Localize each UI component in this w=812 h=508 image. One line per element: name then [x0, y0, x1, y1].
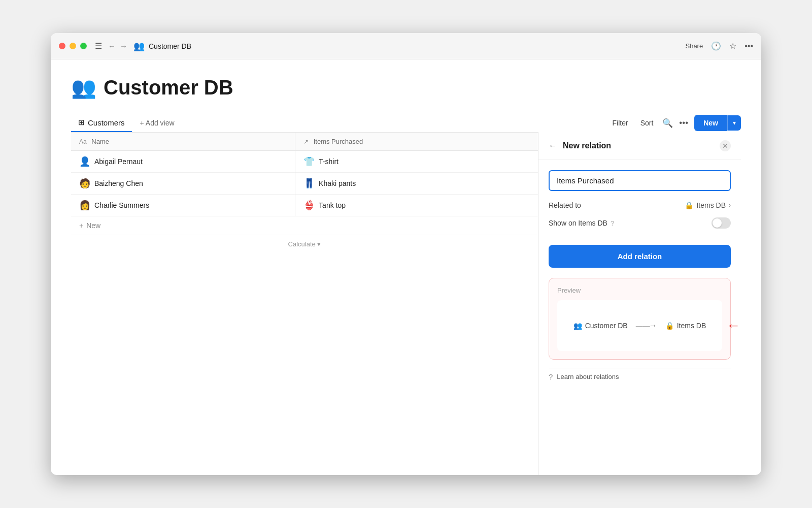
db-header-icon: 👥: [71, 76, 96, 100]
learn-help-icon: ?: [549, 372, 553, 381]
learn-relations-label: Learn about relations: [557, 373, 619, 380]
divider: [549, 368, 731, 368]
items-col-type-icon: ↗: [303, 138, 309, 145]
item-emoji-1: 👖: [303, 178, 315, 189]
preview-line-left: ——: [636, 322, 650, 330]
view-tabs: ⊞ Customers + Add view Filter Sort 🔍 •••…: [71, 114, 741, 132]
forward-arrow-icon[interactable]: →: [120, 42, 127, 50]
panel-close-button[interactable]: ✕: [720, 140, 731, 151]
toggle-track[interactable]: [712, 217, 731, 229]
learn-relations-link[interactable]: ? Learn about relations: [549, 372, 731, 381]
add-relation-button[interactable]: Add relation: [549, 245, 731, 268]
preview-arrow-container: —— →: [636, 321, 657, 330]
show-on-toggle[interactable]: [712, 217, 731, 229]
item-name-2: Tank top: [319, 201, 346, 209]
app-window: ☰ ← → 👥 Customer DB Share 🕐 ☆ ••• 👥 Cust…: [51, 33, 761, 475]
search-icon[interactable]: 🔍: [662, 118, 673, 129]
name-col-type-icon: Aa: [79, 138, 87, 145]
toggle-knob: [713, 218, 722, 228]
menu-icon[interactable]: ☰: [95, 41, 102, 51]
related-to-db-icon: 🔒: [685, 201, 693, 209]
titlebar-db-icon: 👥: [133, 41, 145, 52]
relation-name-input[interactable]: [549, 170, 731, 191]
main-area: Aa Name ↗ Items Purchased: [71, 132, 741, 475]
preview-from-icon: 👥: [573, 322, 582, 330]
maximize-button[interactable]: [80, 43, 87, 49]
preview-to-db: 🔒 Items DB: [665, 322, 706, 330]
row-name-2: Charlie Summers: [94, 201, 149, 209]
calculate-button[interactable]: Calculate ▾: [71, 235, 538, 253]
table-row[interactable]: 👩 Charlie Summers 👙 Tank top: [71, 195, 538, 216]
sort-button[interactable]: Sort: [637, 117, 657, 129]
row-avatar-2: 👩: [79, 200, 90, 211]
table-container: Aa Name ↗ Items Purchased: [71, 132, 538, 475]
content-area: 👥 Customer DB ⊞ Customers + Add view Fil…: [51, 59, 761, 475]
view-tabs-left: ⊞ Customers + Add view: [71, 114, 181, 132]
new-row-label: New: [86, 221, 100, 230]
tab-customers-label: Customers: [88, 118, 125, 127]
items-col-header: Items Purchased: [314, 138, 363, 145]
preview-from-label: Customer DB: [585, 322, 628, 330]
new-btn-container: New ▾: [694, 115, 741, 131]
more-options-icon[interactable]: •••: [679, 118, 688, 128]
db-title: Customer DB: [104, 76, 233, 99]
close-button[interactable]: [59, 43, 65, 49]
new-button-dropdown[interactable]: ▾: [727, 115, 741, 131]
show-on-row: Show on Items DB ?: [549, 217, 731, 229]
item-name-0: T-shirt: [319, 157, 339, 166]
show-on-help-icon[interactable]: ?: [611, 219, 614, 227]
related-to-chevron-icon: ›: [729, 202, 731, 209]
history-icon[interactable]: 🕐: [711, 41, 721, 51]
related-to-row: Related to 🔒 Items DB ›: [549, 201, 731, 209]
row-avatar-1: 🧑: [79, 178, 90, 189]
side-panel: ← New relation ✕ Related to 🔒 Items DB ›: [538, 132, 741, 475]
share-button[interactable]: Share: [685, 42, 703, 50]
plus-icon: +: [79, 221, 83, 230]
preview-to-icon: 🔒: [665, 322, 674, 330]
panel-header: ← New relation ✕: [538, 132, 741, 160]
item-emoji-2: 👙: [303, 200, 315, 211]
related-to-label: Related to: [549, 201, 581, 209]
panel-header-left: ← New relation: [549, 141, 611, 150]
calculate-chevron-icon: ▾: [317, 240, 321, 248]
titlebar: ☰ ← → 👥 Customer DB Share 🕐 ☆ •••: [51, 33, 761, 59]
db-header: 👥 Customer DB: [71, 76, 741, 100]
star-icon[interactable]: ☆: [729, 41, 736, 51]
titlebar-title: Customer DB: [149, 42, 685, 50]
preview-diagram: 👥 Customer DB —— → 🔒 Items DB: [557, 300, 722, 351]
titlebar-actions: Share 🕐 ☆ •••: [685, 41, 753, 51]
name-col-header: Name: [91, 138, 109, 145]
panel-back-button[interactable]: ←: [549, 141, 557, 150]
panel-body: Related to 🔒 Items DB › Show on Items DB…: [538, 160, 741, 475]
more-icon[interactable]: •••: [745, 42, 753, 51]
add-view-label: + Add view: [140, 119, 175, 127]
tab-customers[interactable]: ⊞ Customers: [71, 114, 132, 132]
row-name-0: Abigail Pernaut: [94, 157, 143, 166]
preview-section: Preview 👥 Customer DB —— → 🔒: [549, 278, 731, 360]
data-table: Aa Name ↗ Items Purchased: [71, 133, 538, 216]
nav-arrows: ← →: [108, 42, 127, 50]
new-button[interactable]: New: [694, 115, 727, 131]
show-on-label: Show on Items DB: [549, 219, 607, 227]
related-to-db-name: Items DB: [696, 201, 726, 209]
panel-title: New relation: [563, 141, 611, 150]
red-arrow-indicator: ←: [726, 318, 740, 334]
view-tabs-right: Filter Sort 🔍 ••• New ▾: [610, 115, 741, 131]
preview-to-label: Items DB: [677, 322, 706, 330]
calculate-label: Calculate: [288, 240, 316, 248]
preview-arrow-icon: →: [649, 321, 657, 330]
add-view-button[interactable]: + Add view: [134, 115, 181, 131]
tab-table-icon: ⊞: [78, 118, 85, 127]
row-avatar-0: 👤: [79, 156, 90, 167]
back-arrow-icon[interactable]: ←: [108, 42, 116, 50]
table-row[interactable]: 👤 Abigail Pernaut 👕 T-shirt: [71, 151, 538, 173]
new-row-button[interactable]: + New: [71, 216, 538, 235]
minimize-button[interactable]: [70, 43, 76, 49]
row-name-1: Baizheng Chen: [94, 179, 143, 187]
filter-button[interactable]: Filter: [610, 117, 631, 129]
table-row[interactable]: 🧑 Baizheng Chen 👖 Khaki pants: [71, 173, 538, 195]
related-to-value[interactable]: 🔒 Items DB ›: [685, 201, 731, 209]
preview-label: Preview: [557, 287, 722, 294]
item-name-1: Khaki pants: [319, 179, 356, 187]
traffic-lights: [59, 43, 87, 49]
